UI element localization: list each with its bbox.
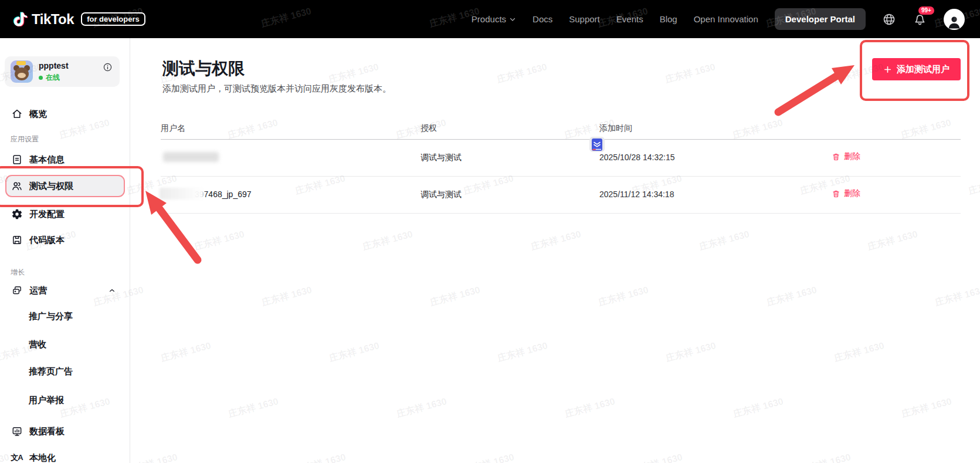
nav-docs[interactable]: Docs — [533, 14, 552, 24]
app-name: ppptest — [39, 61, 69, 71]
add-test-user-button[interactable]: 添加测试用户 — [872, 58, 961, 80]
home-icon — [11, 108, 23, 120]
sidebar-section-app-settings: 应用设置 — [11, 134, 39, 144]
table-header-divider — [161, 139, 961, 140]
for-developers-badge: for developers — [81, 12, 145, 26]
sidebar-item-promotion-sharing[interactable]: 推广与分享 — [6, 306, 124, 327]
column-header-added-time: 添加时间 — [599, 123, 632, 134]
cards-icon — [11, 285, 23, 296]
page-subtitle: 添加测试用户，可测试预览版本并访问应用灰度发布版本。 — [162, 83, 391, 94]
document-icon — [11, 154, 23, 165]
row-divider — [161, 213, 961, 214]
developer-portal-button[interactable]: Developer Portal — [775, 8, 866, 30]
sidebar-item-basic-info[interactable]: 基本信息 — [6, 149, 124, 170]
package-icon — [11, 234, 23, 246]
tiktok-note-icon — [13, 12, 28, 26]
app-avatar — [11, 60, 33, 83]
chevron-up-icon[interactable] — [108, 286, 116, 295]
brand-text: TikTok — [32, 11, 74, 28]
sidebar-item-data-dashboard[interactable]: 数据看板 — [6, 421, 124, 442]
online-status-dot — [39, 76, 43, 80]
sidebar-item-user-reports[interactable]: 用户举报 — [6, 390, 124, 411]
added-time-cell: 2025/11/12 14:34:18 — [599, 190, 674, 199]
sidebar-item-localization[interactable]: 文A 本地化 — [6, 447, 124, 463]
notifications-bell-icon[interactable]: 99+ — [913, 12, 927, 26]
nav-support[interactable]: Support — [569, 14, 600, 24]
row-divider — [161, 176, 961, 177]
nav-blog[interactable]: Blog — [660, 14, 677, 24]
gear-icon — [11, 208, 23, 220]
localization-icon: 文A — [11, 452, 23, 463]
app-card[interactable]: ppptest 在线 — [5, 56, 120, 87]
trash-icon — [832, 153, 840, 161]
chevron-down-icon — [509, 16, 516, 23]
sidebar-item-testing-permissions[interactable]: 测试与权限 — [6, 175, 124, 197]
authorization-cell: 调试与测试 — [421, 190, 462, 200]
plus-icon — [883, 65, 892, 74]
page-title: 测试与权限 — [162, 58, 245, 80]
online-status-label: 在线 — [46, 73, 60, 83]
masked-username — [163, 152, 219, 162]
sidebar-item-overview[interactable]: 概览 — [6, 103, 124, 124]
sidebar-item-operations[interactable]: 运营 — [6, 280, 124, 301]
dictionary-extension-icon[interactable] — [589, 137, 605, 152]
added-time-cell: 2025/10/28 14:32:15 — [599, 153, 674, 162]
tiktok-developer-portal: 庄东祥 1630庄东祥 1630庄东祥 1630庄东祥 1630庄东祥 1630… — [0, 0, 980, 463]
top-nav-bar: TikTok for developers Products Docs Supp… — [0, 0, 980, 38]
main-content: 测试与权限 添加测试用户，可测试预览版本并访问应用灰度发布版本。 添加测试用户 … — [131, 38, 980, 463]
masked-username — [160, 188, 204, 200]
nav-events[interactable]: Events — [616, 14, 643, 24]
trash-icon — [832, 190, 840, 198]
sidebar-section-growth: 增长 — [11, 268, 25, 278]
blue-book-icon — [592, 138, 602, 151]
nav-open-innovation[interactable]: Open Innovation — [694, 14, 758, 24]
globe-icon[interactable] — [882, 12, 896, 26]
header-nav: Products Docs Support Events Blog Open I… — [472, 8, 965, 30]
info-icon[interactable] — [103, 62, 113, 72]
sidebar: ppptest 在线 概览 应用设置 — [0, 38, 130, 463]
dashboard-icon — [11, 425, 23, 437]
avatar[interactable] — [944, 9, 965, 30]
column-header-authorization: 授权 — [421, 123, 437, 134]
authorization-cell: 调试与测试 — [421, 153, 462, 163]
sidebar-item-feed-ads[interactable]: 推荐页广告 — [6, 361, 124, 382]
delete-button[interactable]: 删除 — [832, 188, 860, 199]
notification-count-badge: 99+ — [918, 6, 934, 15]
sidebar-item-revenue[interactable]: 营收 — [6, 334, 124, 355]
delete-button[interactable]: 删除 — [832, 151, 860, 162]
nav-products[interactable]: Products — [472, 14, 516, 24]
tiktok-logo[interactable]: TikTok for developers — [13, 11, 145, 28]
sidebar-item-code-version[interactable]: 代码版本 — [6, 229, 124, 251]
column-header-username: 用户名 — [161, 123, 185, 134]
sidebar-item-dev-config[interactable]: 开发配置 — [6, 204, 124, 225]
people-icon — [11, 180, 23, 192]
